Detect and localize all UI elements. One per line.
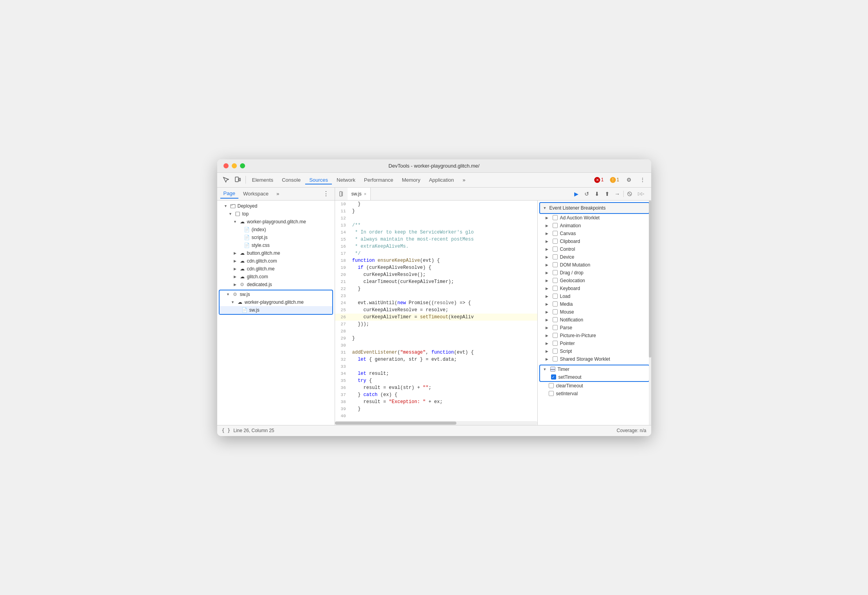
tree-item-button-glitch[interactable]: ▶ ☁ button.glitch.me — [217, 249, 335, 257]
sec-tab-more[interactable]: » — [273, 189, 282, 198]
tree-item-deployed[interactable]: ▼ Deployed — [217, 202, 335, 210]
settings-icon[interactable]: ⚙ — [624, 174, 635, 185]
cb-setinterval[interactable] — [549, 391, 554, 396]
bp-item-canvas[interactable]: ▶ Canvas — [538, 230, 651, 237]
bp-item-keyboard[interactable]: ▶ Keyboard — [538, 285, 651, 292]
format-icon[interactable]: { } — [222, 428, 231, 433]
tab-console[interactable]: Console — [278, 175, 305, 184]
cb-device[interactable] — [553, 254, 558, 259]
step-over-icon[interactable]: ↺ — [582, 190, 591, 198]
tree-item-cdn-com[interactable]: ▶ ☁ cdn.glitch.com — [217, 257, 335, 265]
bp-item-control[interactable]: ▶ Control — [538, 245, 651, 253]
cb-media[interactable] — [553, 301, 558, 307]
more-options-icon[interactable]: ⋮ — [637, 174, 648, 185]
step-out-icon[interactable]: ⬆ — [603, 190, 612, 198]
bp-item-script[interactable]: ▶ Script — [538, 347, 651, 355]
tree-item-glitch-com[interactable]: ▶ ☁ glitch.com — [217, 273, 335, 281]
step-into-icon[interactable]: ⬇ — [593, 190, 601, 198]
scrollbar-thumb[interactable] — [335, 422, 456, 425]
horizontal-scrollbar[interactable] — [335, 421, 537, 425]
cb-load[interactable] — [553, 294, 558, 299]
cb-pip[interactable] — [553, 333, 558, 338]
cb-keyboard[interactable] — [553, 286, 558, 291]
cb-geolocation[interactable] — [553, 278, 558, 283]
tree-item-cdn-me[interactable]: ▶ ☁ cdn.glitch.me — [217, 265, 335, 273]
expand-panel-icon[interactable]: ▷▷ — [635, 190, 646, 198]
maximize-button[interactable] — [240, 163, 245, 168]
tree-item-swjs-file[interactable]: 📄 sw.js — [220, 306, 332, 314]
resume-icon[interactable]: ▶ — [572, 190, 581, 198]
sec-more-icon[interactable]: ⋮ — [320, 188, 331, 199]
bp-item-ad-auction[interactable]: ▶ Ad Auction Worklet — [538, 214, 651, 222]
cb-clipboard[interactable] — [553, 239, 558, 244]
tree-item-top[interactable]: ▼ top — [217, 210, 335, 218]
close-button[interactable] — [223, 163, 229, 168]
file-tab-close[interactable]: × — [364, 192, 366, 196]
device-icon[interactable] — [232, 174, 243, 185]
tree-item-index[interactable]: 📄 (index) — [217, 226, 335, 234]
cb-notification[interactable] — [553, 317, 558, 322]
tab-sources[interactable]: Sources — [305, 175, 332, 184]
bp-item-load[interactable]: ▶ Load — [538, 292, 651, 300]
cb-script[interactable] — [553, 349, 558, 354]
step-icon[interactable]: → — [613, 190, 622, 198]
bp-item-mouse[interactable]: ▶ Mouse — [538, 308, 651, 316]
tree-item-dedicatedjs[interactable]: ▶ ⚙ dedicated.js — [217, 281, 335, 288]
code-editor[interactable]: 10 } 11 } 12 13 /** 14 * In order — [335, 201, 537, 425]
tree-item-worker-playground[interactable]: ▼ ☁ worker-playground.glitch.me — [217, 218, 335, 226]
bp-item-dom-mutation[interactable]: ▶ DOM Mutation — [538, 261, 651, 269]
tab-elements[interactable]: Elements — [248, 175, 277, 184]
bp-cleartimeout[interactable]: clearTimeout — [538, 382, 651, 390]
bp-item-parse[interactable]: ▶ Parse — [538, 324, 651, 332]
tree-item-swjs-worker[interactable]: ▼ ☁ worker-playground.glitch.me — [220, 298, 332, 306]
bp-item-notification[interactable]: ▶ Notification — [538, 316, 651, 324]
file-tab-swjs[interactable]: sw.js × — [348, 188, 371, 200]
cb-parse[interactable] — [553, 325, 558, 330]
cb-ad-auction[interactable] — [553, 215, 558, 220]
tree-item-scriptjs[interactable]: 📄 script.js — [217, 234, 335, 241]
tab-network[interactable]: Network — [333, 175, 359, 184]
bp-item-drag-drop[interactable]: ▶ Drag / drop — [538, 269, 651, 277]
bp-item-shared-storage[interactable]: ▶ Shared Storage Worklet — [538, 355, 651, 363]
sec-tab-page[interactable]: Page — [220, 189, 238, 199]
bp-scrollbar-thumb[interactable] — [649, 201, 651, 358]
cb-timer-parent[interactable]: — — [550, 367, 555, 372]
sec-tab-workspace[interactable]: Workspace — [240, 189, 272, 198]
tree-item-stylecss[interactable]: 📄 style.css — [217, 241, 335, 249]
bp-settimeout[interactable]: ✓ setTimeout — [540, 373, 649, 381]
bp-items-list: ▶ Ad Auction Worklet ▶ Animation ▶ Canva… — [538, 214, 651, 398]
error-badge[interactable]: ✕ 1 — [592, 176, 606, 184]
bp-item-device[interactable]: ▶ Device — [538, 253, 651, 261]
cb-animation[interactable] — [553, 223, 558, 228]
tab-performance[interactable]: Performance — [360, 175, 397, 184]
tree-item-swjs-root[interactable]: ▼ ⚙ sw.js — [220, 290, 332, 298]
deactivate-bp-icon[interactable] — [625, 190, 634, 198]
cb-canvas[interactable] — [553, 231, 558, 236]
cb-settimeout[interactable]: ✓ — [551, 374, 556, 380]
bp-item-clipboard[interactable]: ▶ Clipboard — [538, 237, 651, 245]
bp-item-animation[interactable]: ▶ Animation — [538, 222, 651, 230]
bp-section-header[interactable]: ▼ Event Listener Breakpoints — [540, 203, 649, 213]
cb-cleartimeout[interactable] — [549, 383, 554, 388]
tab-memory[interactable]: Memory — [398, 175, 424, 184]
tab-more[interactable]: » — [459, 175, 469, 184]
cb-pointer[interactable] — [553, 341, 558, 346]
inspect-icon[interactable] — [220, 174, 231, 185]
cb-control[interactable] — [553, 246, 558, 252]
line-num-30: 30 — [335, 343, 351, 348]
bp-item-pointer[interactable]: ▶ Pointer — [538, 339, 651, 347]
file-nav-icon[interactable] — [337, 188, 348, 199]
bp-setinterval[interactable]: setInterval — [538, 390, 651, 398]
cb-shared-storage[interactable] — [553, 356, 558, 361]
warning-badge[interactable]: ! 1 — [608, 176, 621, 184]
code-line-23: 23 — [335, 292, 537, 299]
bp-item-geolocation[interactable]: ▶ Geolocation — [538, 277, 651, 285]
minimize-button[interactable] — [232, 163, 237, 168]
cb-dom-mutation[interactable] — [553, 262, 558, 267]
tab-application[interactable]: Application — [425, 175, 458, 184]
bp-item-media[interactable]: ▶ Media — [538, 300, 651, 308]
cb-mouse[interactable] — [553, 309, 558, 314]
bp-item-pip[interactable]: ▶ Picture-in-Picture — [538, 332, 651, 339]
cb-drag-drop[interactable] — [553, 270, 558, 275]
bp-timer-header[interactable]: ▼ — Timer — [540, 365, 649, 373]
